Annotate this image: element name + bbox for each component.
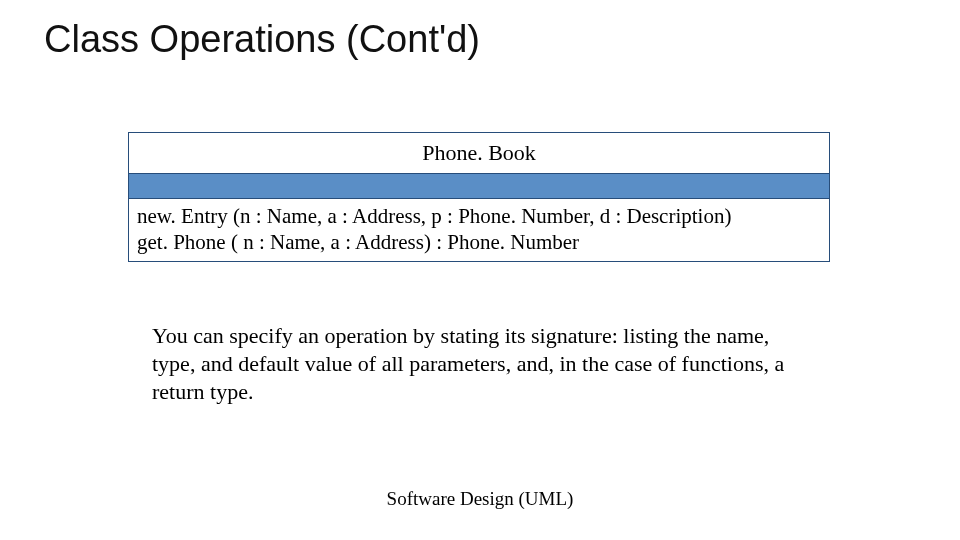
uml-attributes-compartment [129, 174, 829, 199]
slide: Class Operations (Cont'd) Phone. Book ne… [0, 0, 960, 540]
uml-operations-compartment: new. Entry (n : Name, a : Address, p : P… [129, 199, 829, 261]
uml-class-box: Phone. Book new. Entry (n : Name, a : Ad… [128, 132, 830, 262]
uml-operation: new. Entry (n : Name, a : Address, p : P… [137, 203, 821, 229]
uml-class-name: Phone. Book [129, 133, 829, 174]
slide-title: Class Operations (Cont'd) [44, 18, 480, 61]
explanation-text: You can specify an operation by stating … [152, 322, 792, 406]
slide-footer: Software Design (UML) [0, 488, 960, 510]
uml-operation: get. Phone ( n : Name, a : Address) : Ph… [137, 229, 821, 255]
